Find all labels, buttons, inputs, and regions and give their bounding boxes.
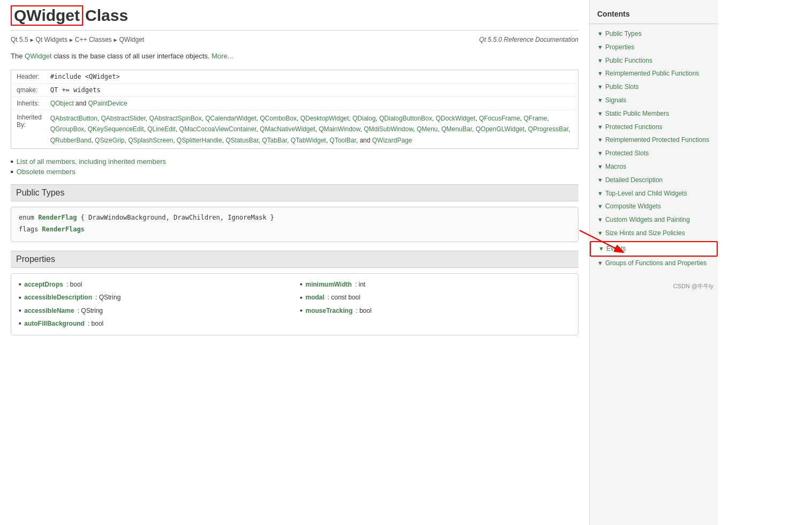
sidebar-title: Contents (590, 5, 718, 24)
renderflags-link[interactable]: RenderFlags (42, 226, 84, 233)
breadcrumb-arrow-3: ► (113, 37, 118, 43)
sidebar-item-reimpl-public[interactable]: ▼ Reimplemented Public Functions (590, 67, 718, 80)
arrow-icon-11: ▼ (597, 163, 603, 171)
sidebar-item-public-slots[interactable]: ▼ Public Slots (590, 80, 718, 94)
arrow-icon-1: ▼ (597, 30, 603, 38)
info-row-inherits: Inherits: QObject and QPaintDevice (11, 96, 578, 110)
inherited-list: QAbstractButton, QAbstractSlider, QAbstr… (50, 113, 573, 146)
class-description: The QWidget class is the base class of a… (11, 51, 578, 62)
prop-minimumwidth: minimumWidth : int (300, 279, 570, 290)
inherits-value: QObject and QPaintDevice (45, 96, 578, 110)
obsolete-members-link[interactable]: Obsolete members (17, 168, 76, 176)
arrow-icon-2: ▼ (597, 43, 603, 51)
arrow-icon-9: ▼ (597, 136, 603, 144)
breadcrumb-arrow-1: ► (29, 37, 35, 43)
arrow-icon-13: ▼ (597, 190, 603, 198)
prop-acceptdrops-link[interactable]: acceptDrops (24, 279, 63, 290)
arrow-icon-15: ▼ (597, 216, 603, 224)
page-wrapper: QWidget Class Qt 5.5 ► Qt Widgets ► C++ … (0, 0, 812, 525)
sidebar-item-events[interactable]: ▼ Events (590, 241, 718, 257)
page-title-qwidget: QWidget (11, 5, 83, 26)
inherits-qpaintdevice[interactable]: QPaintDevice (88, 100, 127, 107)
page-title-area: QWidget Class (11, 5, 578, 31)
sidebar-item-signals[interactable]: ▼ Signals (590, 94, 718, 107)
desc-prefix: The (11, 52, 25, 60)
desc-qwidget-link[interactable]: QWidget (25, 52, 52, 60)
prop-accessiblename-link[interactable]: accessibleName (24, 305, 74, 316)
page-title-class: Class (85, 6, 128, 25)
arrow-icon-10: ▼ (597, 149, 603, 158)
desc-more-link[interactable]: More... (212, 52, 233, 60)
arrow-icon-5: ▼ (597, 83, 603, 91)
breadcrumb-qt55[interactable]: Qt 5.5 (11, 36, 28, 43)
prop-accessibledesc-link[interactable]: accessibleDescription (24, 292, 92, 303)
arrow-icon-7: ▼ (597, 110, 603, 118)
arrow-icon-12: ▼ (597, 176, 603, 184)
list-item-obsolete: Obsolete members (11, 168, 578, 176)
sidebar-item-protected-slots[interactable]: ▼ Protected Slots (590, 147, 718, 160)
section-properties: Properties (11, 251, 578, 268)
info-table: Header: #include <QWidget> qmake: QT += … (11, 70, 578, 149)
breadcrumb-current: QWidget (119, 36, 144, 43)
prop-modal-link[interactable]: modal (305, 292, 324, 303)
inherited-label: InheritedBy: (11, 110, 45, 148)
arrow-icon-14: ▼ (597, 202, 603, 211)
prop-autofill: autoFillBackground : bool (19, 318, 289, 329)
prop-modal: modal : const bool (300, 292, 570, 303)
arrow-icon-18: ▼ (597, 259, 603, 267)
prop-acceptdrops: acceptDrops : bool (19, 279, 289, 290)
main-content: QWidget Class Qt 5.5 ► Qt Widgets ► C++ … (0, 0, 589, 525)
prop-mousetracking-link[interactable]: mouseTracking (305, 305, 352, 316)
prop-accessiblename: accessibleName : QString (19, 305, 289, 316)
breadcrumb-qtwidgets[interactable]: Qt Widgets (36, 36, 67, 43)
sidebar-item-public-functions[interactable]: ▼ Public Functions (590, 54, 718, 68)
events-container: ▼ Events (590, 241, 718, 257)
info-row-inherited: InheritedBy: QAbstractButton, QAbstractS… (11, 110, 578, 148)
prop-mousetracking: mouseTracking : bool (300, 305, 570, 316)
arrow-icon-3: ▼ (597, 57, 603, 65)
section-public-types: Public Types (11, 184, 578, 201)
all-members-link[interactable]: List of all members, including inherited… (17, 158, 166, 166)
code-line-renderflag: enum RenderFlag { DrawWindowBackground, … (19, 213, 570, 222)
sidebar-item-protected-functions[interactable]: ▼ Protected Functions (590, 121, 718, 134)
sidebar-item-macros[interactable]: ▼ Macros (590, 160, 718, 174)
header-value: #include <QWidget> (45, 70, 578, 83)
info-row-header: Header: #include <QWidget> (11, 70, 578, 83)
list-item-all-members: List of all members, including inherited… (11, 158, 578, 166)
arrow-icon-4: ▼ (597, 70, 603, 78)
arrow-icon-16: ▼ (597, 229, 603, 237)
qt-ref-text: Qt 5.5.0 Reference Documentation (479, 36, 578, 43)
arrow-icon-17: ▼ (598, 245, 604, 253)
inherited-value: QAbstractButton, QAbstractSlider, QAbstr… (45, 110, 578, 148)
sidebar-item-reimpl-protected[interactable]: ▼ Reimplemented Protected Functions (590, 133, 718, 147)
public-types-code-box: enum RenderFlag { DrawWindowBackground, … (11, 207, 578, 242)
sidebar-item-public-types[interactable]: ▼ Public Types (590, 27, 718, 41)
header-label: Header: (11, 70, 45, 83)
arrow-icon-6: ▼ (597, 96, 603, 104)
info-row-qmake: qmake: QT += widgets (11, 83, 578, 96)
breadcrumb-arrow-2: ► (69, 37, 74, 43)
sidebar-item-toplevel[interactable]: ▼ Top-Level and Child Widgets (590, 187, 718, 200)
inherits-label: Inherits: (11, 96, 45, 110)
breadcrumb: Qt 5.5 ► Qt Widgets ► C++ Classes ► QWid… (11, 36, 578, 43)
sidebar-item-static-public[interactable]: ▼ Static Public Members (590, 107, 718, 121)
arrow-icon-8: ▼ (597, 123, 603, 131)
sidebar-item-size-hints[interactable]: ▼ Size Hints and Size Policies (590, 227, 718, 240)
sidebar-item-properties[interactable]: ▼ Properties (590, 41, 718, 54)
prop-minimumwidth-link[interactable]: minimumWidth (305, 279, 352, 290)
inherits-qobject[interactable]: QObject (50, 100, 74, 107)
sidebar-item-composite[interactable]: ▼ Composite Widgets (590, 200, 718, 213)
qmake-value: QT += widgets (45, 83, 578, 96)
links-list: List of all members, including inherited… (11, 158, 578, 176)
watermark: CSDN @牛牛ly (590, 280, 718, 292)
desc-suffix: class is the base class of all user inte… (54, 52, 212, 60)
prop-autofill-link[interactable]: autoFillBackground (24, 318, 85, 329)
sidebar-item-custom-widgets[interactable]: ▼ Custom Widgets and Painting (590, 213, 718, 227)
sidebar-item-detailed-desc[interactable]: ▼ Detailed Description (590, 174, 718, 187)
breadcrumb-cppclasses[interactable]: C++ Classes (75, 36, 112, 43)
renderflag-link[interactable]: RenderFlag (38, 214, 77, 221)
prop-accessibledesc: accessibleDescription : QString (19, 292, 289, 303)
code-line-renderflags: flags RenderFlags (19, 224, 570, 234)
properties-grid: acceptDrops : bool minimumWidth : int ac… (11, 273, 578, 335)
sidebar-item-groups[interactable]: ▼ Groups of Functions and Properties (590, 257, 718, 270)
